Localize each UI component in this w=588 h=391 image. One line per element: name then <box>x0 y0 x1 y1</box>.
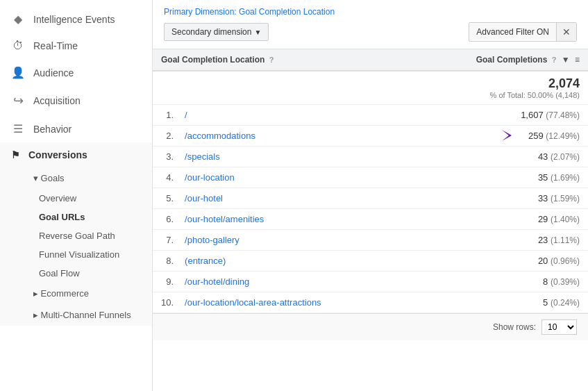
row-value: 29 (1.40%) <box>407 209 588 230</box>
primary-dimension-value: Goal Completion Location <box>239 7 335 17</box>
col2-extra-icon: ≡ <box>575 55 580 65</box>
row-rank: 10. <box>153 292 176 313</box>
row-rank: 7. <box>153 230 176 251</box>
row-rank: 2. <box>153 126 176 147</box>
table-row: 7. /photo-gallery 23 (1.11%) <box>153 230 588 251</box>
sidebar-item-label: Audience <box>33 67 74 78</box>
sidebar-item-audience[interactable]: 👤 Audience <box>0 59 152 86</box>
primary-dimension-label: Primary Dimension: Goal Completion Locat… <box>164 7 577 17</box>
table-row: 10. /our-location/local-area-attractions… <box>153 292 588 313</box>
goals-toggle-label: ▾ Goals <box>33 173 65 183</box>
row-rank: 4. <box>153 167 176 188</box>
total-cell: 2,074 % of Total: 50.00% (4,148) <box>407 71 588 105</box>
row-value: 43 (2.07%) <box>407 147 588 167</box>
acquisition-icon: ↪ <box>11 93 25 108</box>
row-value: 8 (0.39%) <box>407 272 588 292</box>
row-arrow-annotation <box>477 126 519 147</box>
table-row: 4. /our-location 35 (1.69%) <box>153 167 588 188</box>
row-url[interactable]: / <box>176 105 407 126</box>
sidebar: ◆ Intelligence Events ⏱ Real-Time 👤 Audi… <box>0 0 153 391</box>
table-row: 3. /specials 43 (2.07%) <box>153 147 588 167</box>
table-row: 6. /our-hotel/amenities 29 (1.40%) <box>153 209 588 230</box>
top-bar: Primary Dimension: Goal Completion Locat… <box>153 0 588 49</box>
show-rows-select[interactable]: 10 25 50 100 <box>541 319 577 335</box>
ecommerce-toggle[interactable]: ▸ Ecommerce <box>0 283 152 304</box>
sidebar-item-acquisition[interactable]: ↪ Acquisition <box>0 86 152 115</box>
sidebar-sub-overview[interactable]: Overview <box>0 189 152 208</box>
row-value: 20 (0.96%) <box>407 251 588 272</box>
sort-icon: ▼ <box>562 55 570 65</box>
row-rank: 3. <box>153 147 176 167</box>
sidebar-sub-reverse-goal-path[interactable]: Reverse Goal Path <box>0 226 152 245</box>
sidebar-item-label: Intelligence Events <box>33 14 115 25</box>
secondary-dimension-button[interactable]: Secondary dimension ▼ <box>164 23 269 41</box>
row-rank: 9. <box>153 272 176 292</box>
multichannel-toggle[interactable]: ▸ Multi-Channel Funnels <box>0 304 152 326</box>
row-url[interactable]: /our-hotel <box>176 188 407 209</box>
sidebar-item-label: Acquisition <box>33 95 81 106</box>
sidebar-sub-funnel-visualization[interactable]: Funnel Visualization <box>0 245 152 264</box>
row-rank: 8. <box>153 251 176 272</box>
sidebar-item-label: Real-Time <box>33 40 78 51</box>
table-row: 8. (entrance) 20 (0.96%) <box>153 251 588 272</box>
table-row: 9. /our-hotel/dining 8 (0.39%) <box>153 272 588 292</box>
total-number: 2,074 <box>415 76 580 91</box>
goals-toggle[interactable]: ▾ Goals <box>0 167 152 189</box>
total-row: 2,074 % of Total: 50.00% (4,148) <box>153 71 588 105</box>
row-value: 33 (1.59%) <box>407 188 588 209</box>
ecommerce-label: ▸ Ecommerce <box>33 288 89 299</box>
row-url[interactable]: (entrance) <box>176 251 407 272</box>
sidebar-sub-goal-flow[interactable]: Goal Flow <box>0 264 152 283</box>
table-row: 2. /accommodations 259 (12.49%) <box>153 126 588 147</box>
multichannel-label: ▸ Multi-Channel Funnels <box>33 310 131 320</box>
conversions-icon: ⚑ <box>11 149 20 160</box>
total-sub: % of Total: 50.00% (4,148) <box>415 91 580 99</box>
row-url[interactable]: /our-location <box>176 167 407 188</box>
real-time-icon: ⏱ <box>11 40 25 52</box>
show-rows-label: Show rows: <box>493 322 536 332</box>
chevron-down-icon: ▼ <box>254 28 261 36</box>
intelligence-events-icon: ◆ <box>11 13 25 26</box>
row-value: 35 (1.69%) <box>407 167 588 188</box>
toolbar: Secondary dimension ▼ Advanced Filter ON… <box>164 22 577 42</box>
conversions-section: ⚑ Conversions ▾ Goals Overview Goal URLs <box>0 142 152 326</box>
sidebar-sub-goal-urls[interactable]: Goal URLs <box>0 208 152 226</box>
row-rank: 5. <box>153 188 176 209</box>
audience-icon: 👤 <box>11 66 25 79</box>
row-rank: 6. <box>153 209 176 230</box>
main-content: Primary Dimension: Goal Completion Locat… <box>153 0 588 391</box>
row-value: 5 (0.24%) <box>407 292 588 313</box>
table-row: 1. / 1,607 (77.48%) <box>153 105 588 126</box>
row-url[interactable]: /specials <box>176 147 407 167</box>
conversions-label: Conversions <box>28 149 87 160</box>
sidebar-item-intelligence-events[interactable]: ◆ Intelligence Events <box>0 6 152 33</box>
row-value: 23 (1.11%) <box>407 230 588 251</box>
secondary-dim-label: Secondary dimension <box>171 27 251 37</box>
filter-close-button[interactable]: ✕ <box>556 23 576 41</box>
row-url[interactable]: /photo-gallery <box>176 230 407 251</box>
col2-help-icon[interactable]: ? <box>552 56 557 64</box>
table-row: 5. /our-hotel 33 (1.59%) <box>153 188 588 209</box>
sidebar-item-real-time[interactable]: ⏱ Real-Time <box>0 33 152 59</box>
goals-submenu: ▾ Goals Overview Goal URLs Reverse Goal … <box>0 167 152 283</box>
goals-sub-items: Overview Goal URLs Reverse Goal Path Fun… <box>0 189 152 283</box>
row-url[interactable]: /accommodations <box>176 126 407 147</box>
filter-box: Advanced Filter ON ✕ <box>469 22 577 42</box>
behavior-icon: ☰ <box>11 122 25 135</box>
col1-header: Goal Completion Location ? <box>153 49 407 71</box>
row-value: 259 (12.49%) <box>407 126 588 147</box>
row-url[interactable]: /our-hotel/amenities <box>176 209 407 230</box>
table-header-row: Goal Completion Location ? Goal Completi… <box>153 49 588 71</box>
sidebar-item-behavior[interactable]: ☰ Behavior <box>0 115 152 142</box>
col1-help-icon[interactable]: ? <box>269 56 274 64</box>
row-rank: 1. <box>153 105 176 126</box>
data-table: Goal Completion Location ? Goal Completi… <box>153 49 588 313</box>
sidebar-item-label: Behavior <box>33 124 72 135</box>
sidebar-item-conversions[interactable]: ⚑ Conversions <box>0 142 152 167</box>
row-url[interactable]: /our-location/local-area-attractions <box>176 292 407 313</box>
footer-bar: Show rows: 10 25 50 100 <box>153 313 588 340</box>
filter-label: Advanced Filter ON <box>469 24 556 40</box>
row-url[interactable]: /our-hotel/dining <box>176 272 407 292</box>
col2-header: Goal Completions ? ▼ ≡ <box>407 49 588 71</box>
row-value: 1,607 (77.48%) <box>407 105 588 126</box>
